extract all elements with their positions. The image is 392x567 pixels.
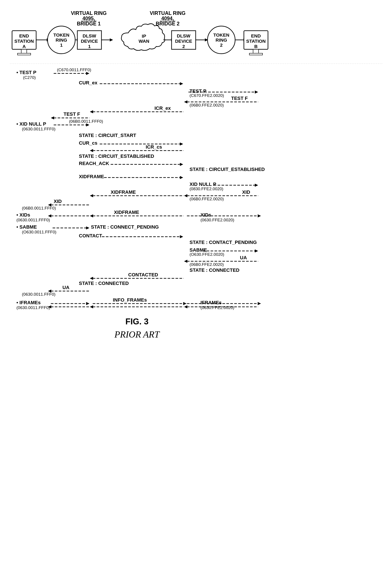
iframes-right-arrowhead1 [258, 302, 261, 305]
xid-null-p-label: • XID NULL P [16, 121, 46, 127]
xid-null-p-mid-addr: (06B0.0011.FFF0) [69, 119, 103, 124]
token-ring-1-label1: TOKEN [53, 32, 69, 38]
virtual-ring-1-title: VIRTUAL RING [71, 10, 107, 16]
contacted-label: CONTACTED [128, 272, 158, 277]
test-f1-label: TEST F [231, 96, 248, 101]
state-connect-pending1: STATE : CONNECT_PENDING [91, 224, 159, 230]
full-diagram: VIRTUAL RING 4095, BRIDGE 1 VIRTUAL RING… [10, 7, 382, 563]
iframes-left-label: • IFRAMEs [16, 300, 41, 305]
sabme1-label: • SABME [16, 224, 37, 230]
xidframe2-arrowhead [90, 194, 93, 197]
contacted-arrowhead [90, 277, 93, 280]
xids-right-label: XIDs [200, 212, 211, 218]
page: VIRTUAL RING 4095, BRIDGE 1 VIRTUAL RING… [0, 0, 392, 567]
xid-null-p2-label: XID NULL P [190, 182, 216, 187]
dlsw-device-2-label1: DLSW [177, 33, 190, 38]
icr-cs-label: ICR_cs [146, 144, 162, 150]
state-connected1: STATE : CONNECTED [190, 267, 239, 273]
token-ring-2-label3: 2 [220, 43, 223, 48]
iframes-right-label: IFRAMEs [200, 300, 222, 305]
dlsw-device-2-label2: DEVICE [175, 39, 192, 44]
ua2-label: UA [62, 285, 70, 290]
xids-right-arrowhead [258, 214, 261, 217]
xidframe3-arrowhead [90, 214, 93, 217]
state-connected2: STATE : CONNECTED [79, 281, 129, 286]
end-station-a-label3: A [22, 44, 26, 49]
iframes-left-arrowhead1 [86, 302, 89, 305]
end-station-b-label3: B [254, 44, 257, 49]
cur-cs-arrowhead [180, 142, 183, 145]
reach-ack-arrowhead [180, 163, 183, 166]
icr-ex-arrowhead [90, 110, 93, 113]
end-station-b-stand [253, 49, 259, 53]
xidframe3-label: XIDFRAME [114, 210, 139, 215]
state-contact-pending: STATE : CONTACT_PENDING [190, 240, 257, 245]
dlsw-device-1-label1: DLSW [83, 33, 96, 38]
xids-left-label: • XIDs [16, 212, 30, 218]
ua1-arrowhead [184, 260, 187, 263]
xid-arrowhead [184, 194, 187, 197]
ua1-addr: (06B0.FFE2.0020) [190, 262, 224, 267]
virtual-ring-2-num: 4094, [161, 15, 174, 21]
xid-null-p-arrowhead [86, 123, 89, 127]
xid2-label: XID [54, 198, 62, 204]
reach-ack-label: REACH_ACK [79, 161, 109, 166]
sabme2-arrowhead [255, 249, 258, 253]
end-station-a-label1: END [19, 33, 29, 38]
ip-wan-label1: IP [142, 33, 146, 39]
test-f2-label: TEST F [64, 111, 80, 117]
arrow-dlsw1-wan [110, 38, 113, 42]
xid-label-right: XID [242, 189, 250, 195]
token-ring-1-label3: 1 [60, 43, 63, 48]
cur-ex-label: CUR_ex [79, 80, 98, 85]
test-f2-arrowhead [51, 116, 54, 119]
cur-cs-label: CUR_cs [79, 140, 97, 146]
xids-left-addr: (0630.0011.FFF0) [16, 218, 50, 222]
test-p-arrowhead [86, 72, 89, 75]
state-circuit-est1: STATE : CIRCUIT_ESTABLISHED [79, 154, 154, 159]
ua1-label: UA [240, 255, 247, 260]
icr-cs-arrowhead [90, 149, 93, 152]
icr-ex-label: ICR_ex [154, 105, 171, 111]
token-ring-2-label2: RING [215, 38, 227, 43]
token-ring-2-label1: TOKEN [213, 32, 229, 38]
virtual-ring-1-num: 4095, [82, 15, 95, 21]
end-station-a-label2: STATION [14, 39, 34, 44]
test-p2-addr: (C670.FFE2.0020) [190, 93, 224, 98]
dlsw-device-1-label3: 1 [88, 44, 91, 49]
xids-left-arrowhead [48, 214, 51, 217]
test-p-mid-addr: (C670.0011.FFF0) [57, 68, 91, 72]
xidframe2-label: XIDFRAME [111, 189, 136, 195]
virtual-ring-1-bridge: BRIDGE 1 [77, 21, 100, 27]
xid-null-p2-arrowhead [255, 184, 258, 187]
info-frames-label: INFO_FRAMEs [113, 297, 147, 303]
info-frames-arrowhead1 [183, 302, 186, 305]
iframes-right-arrowhead2 [184, 305, 187, 308]
xid-addr-right: (06B0.FFE2.0020) [190, 197, 224, 201]
end-station-b-label2: STATION [246, 39, 266, 44]
end-station-a-base [17, 53, 31, 55]
xid2-addr: (06B0.0011.FFF0) [22, 206, 56, 210]
token-ring-1-label2: RING [56, 38, 67, 43]
iframes-left-addr: (0630.0011.FFF0) [16, 305, 50, 310]
xid-null-p-addr: (0630.0011.FFF0) [22, 127, 56, 131]
virtual-ring-2-bridge: BRIDGE 2 [155, 21, 180, 27]
xid-null-p2-addr: (0830.FFE2.0020) [190, 186, 223, 191]
test-f1-addr: (06B0.FFE2.0020) [190, 103, 224, 107]
xidframe1-arrowhead [180, 176, 183, 179]
cur-ex-arrowhead [180, 82, 183, 85]
sabme1-arrowhead [86, 227, 89, 229]
end-station-a-stand [21, 49, 27, 53]
test-p-addr: (C270) [23, 75, 36, 80]
fig-label: FIG. 3 [125, 317, 149, 326]
state-circuit-start: STATE : CIRCUIT_START [79, 133, 136, 138]
virtual-ring-2-title: VIRTUAL RING [150, 10, 185, 16]
state-circuit-est2: STATE : CIRCUIT_ESTABLISHED [190, 167, 265, 172]
iframes-right-addr: (0630.FFE2.0020) [200, 305, 234, 310]
test-p2-arrowhead [255, 90, 258, 94]
xids-right-addr: (0630.FFE2.0020) [200, 218, 234, 222]
contact-label: CONTACT [79, 233, 102, 239]
test-f1-arrowhead [184, 100, 187, 103]
dlsw-device-1-label2: DEVICE [81, 39, 98, 44]
prior-art-label: PRIOR ART [114, 329, 160, 340]
